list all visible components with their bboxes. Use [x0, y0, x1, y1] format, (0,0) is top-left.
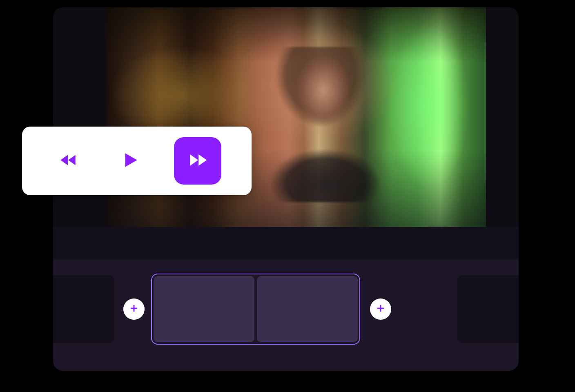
- add-clip-before-button[interactable]: [123, 298, 145, 320]
- timeline-clip-adjacent-right[interactable]: [457, 275, 519, 343]
- control-strip: [53, 227, 519, 260]
- fast-forward-button[interactable]: [174, 137, 221, 185]
- timeline-area: [53, 260, 519, 371]
- play-icon: [119, 150, 140, 172]
- timeline-clip-adjacent-left[interactable]: [53, 275, 114, 343]
- plus-icon: [129, 303, 139, 315]
- playback-controls-panel: [22, 127, 252, 195]
- play-button[interactable]: [113, 145, 146, 177]
- timeline-selected-clip[interactable]: [151, 274, 360, 345]
- plus-icon: [376, 303, 386, 315]
- add-clip-after-button[interactable]: [370, 298, 391, 320]
- fast-forward-icon: [186, 149, 209, 173]
- timeline-frame[interactable]: [154, 276, 254, 342]
- rewind-button[interactable]: [52, 145, 85, 177]
- rewind-icon: [58, 150, 79, 172]
- timeline-frame[interactable]: [257, 276, 358, 342]
